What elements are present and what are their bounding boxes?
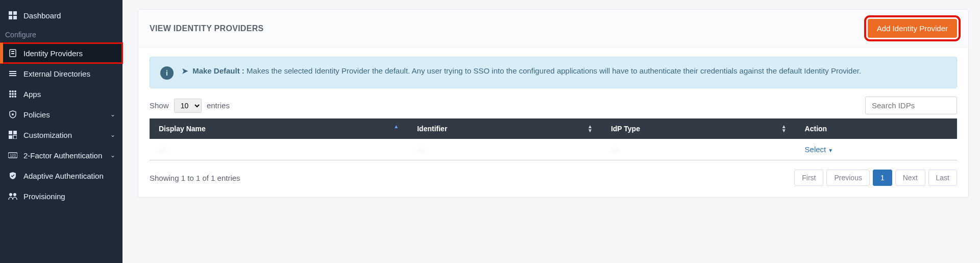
pager-page-1[interactable]: 1 [873,170,892,186]
caret-down-icon: ▼ [828,148,833,153]
pagination: First Previous 1 Next Last [794,170,957,186]
svg-point-19 [12,113,14,115]
svg-point-15 [14,93,16,95]
col-action: Action [796,118,957,139]
identity-providers-table: Display Name ▲ Identifier ▲▼ IdP Type ▲▼ [150,118,957,160]
info-title: Make Default : [192,66,244,75]
svg-rect-5 [11,51,14,52]
col-display-name[interactable]: Display Name ▲ [150,118,408,139]
pager-previous[interactable]: Previous [826,170,869,186]
main-content: VIEW IDENTITY PROVIDERS Add Identity Pro… [122,0,980,263]
dashboard-icon [8,11,17,20]
svg-rect-20 [9,131,12,134]
info-text: ➤ Make Default : Makes the selected Iden… [182,65,861,77]
sort-icon: ▲▼ [587,125,593,133]
svg-rect-8 [9,73,16,74]
entries-label: entries [207,101,230,110]
identity-providers-card: VIEW IDENTITY PROVIDERS Add Identity Pro… [138,9,969,198]
sidebar-item-2fa[interactable]: 123 2-Factor Authentication ⌄ [0,145,122,165]
sidebar-item-label: Apps [23,90,41,99]
svg-rect-1 [13,11,17,15]
svg-point-17 [12,95,14,98]
sidebar-item-label: Customization [23,131,72,139]
sidebar-item-adaptive-auth[interactable]: Adaptive Authentication [0,165,122,186]
svg-point-10 [9,90,11,92]
sidebar-section-configure: Configure [0,26,122,43]
svg-point-12 [14,90,16,92]
sidebar-item-apps[interactable]: Apps [0,84,122,104]
pager-last[interactable]: Last [928,170,957,186]
sidebar-item-external-directories[interactable]: External Directories [0,63,122,84]
info-description: Makes the selected Identity Provider the… [247,66,861,75]
sort-icon: ▲ [394,125,399,129]
col-idp-type[interactable]: IdP Type ▲▼ [602,118,796,139]
shield-check-icon [8,171,17,180]
pager-next[interactable]: Next [895,170,925,186]
svg-point-16 [9,95,11,98]
sidebar: Dashboard Configure Identity Providers E… [0,0,122,263]
sidebar-item-label: 2-Factor Authentication [23,151,102,160]
svg-rect-21 [13,131,17,134]
sidebar-item-label: External Directories [23,69,90,78]
pager-first[interactable]: First [794,170,823,186]
sidebar-item-label: Adaptive Authentication [23,172,104,180]
svg-point-18 [14,95,16,98]
sidebar-item-dashboard[interactable]: Dashboard [0,5,122,26]
sidebar-item-label: Identity Providers [23,49,83,58]
svg-point-13 [9,93,11,95]
col-identifier[interactable]: Identifier ▲▼ [408,118,602,139]
svg-point-25 [13,193,16,196]
table-footer: Showing 1 to 1 of 1 entries First Previo… [150,170,957,186]
table-controls: Show 10 entries [150,97,957,114]
cursor-icon: ➤ [182,66,188,75]
entries-control: Show 10 entries [150,99,230,113]
card-header: VIEW IDENTITY PROVIDERS Add Identity Pro… [138,10,968,47]
sort-icon: ▲▼ [781,125,787,133]
page-title: VIEW IDENTITY PROVIDERS [150,24,264,33]
showing-info: Showing 1 to 1 of 1 entries [150,174,240,182]
svg-rect-0 [9,11,12,15]
chevron-down-icon: ⌄ [110,131,115,138]
row-action-select[interactable]: Select▼ [805,145,834,154]
cell-idp-type: — [611,145,619,154]
add-identity-provider-button[interactable]: Add Identity Provider [868,19,957,38]
chevron-down-icon: ⌄ [110,111,115,118]
sidebar-item-label: Dashboard [23,11,61,20]
svg-rect-3 [13,16,17,19]
svg-rect-6 [11,53,14,54]
svg-rect-7 [9,71,16,72]
info-box: i ➤ Make Default : Makes the selected Id… [150,57,957,88]
svg-rect-9 [9,75,16,76]
cell-identifier: — [417,145,425,154]
svg-rect-2 [9,16,12,19]
sidebar-item-label: Policies [23,110,50,119]
table-row: — — — Select▼ [150,139,957,160]
info-icon: i [160,66,174,80]
entries-select[interactable]: 10 [174,99,202,113]
sidebar-item-provisioning[interactable]: Provisioning [0,186,122,206]
svg-point-14 [12,93,14,95]
svg-point-24 [9,193,12,196]
policies-icon [8,110,17,119]
customization-icon [8,130,17,139]
sidebar-item-customization[interactable]: Customization ⌄ [0,125,122,145]
sidebar-item-policies[interactable]: Policies ⌄ [0,104,122,125]
two-factor-icon: 123 [8,151,17,160]
chevron-down-icon: ⌄ [110,152,115,159]
svg-point-11 [12,90,14,92]
sidebar-item-label: Provisioning [23,192,65,201]
search-input[interactable] [865,97,957,114]
svg-text:123: 123 [10,154,16,157]
sidebar-item-identity-providers[interactable]: Identity Providers [0,43,122,63]
external-directories-icon [8,69,17,78]
show-label: Show [150,101,169,110]
identity-providers-icon [8,49,17,58]
provisioning-icon [8,192,17,201]
cell-display-name: — [159,145,166,154]
apps-icon [8,89,17,99]
card-body: i ➤ Make Default : Makes the selected Id… [138,47,968,197]
